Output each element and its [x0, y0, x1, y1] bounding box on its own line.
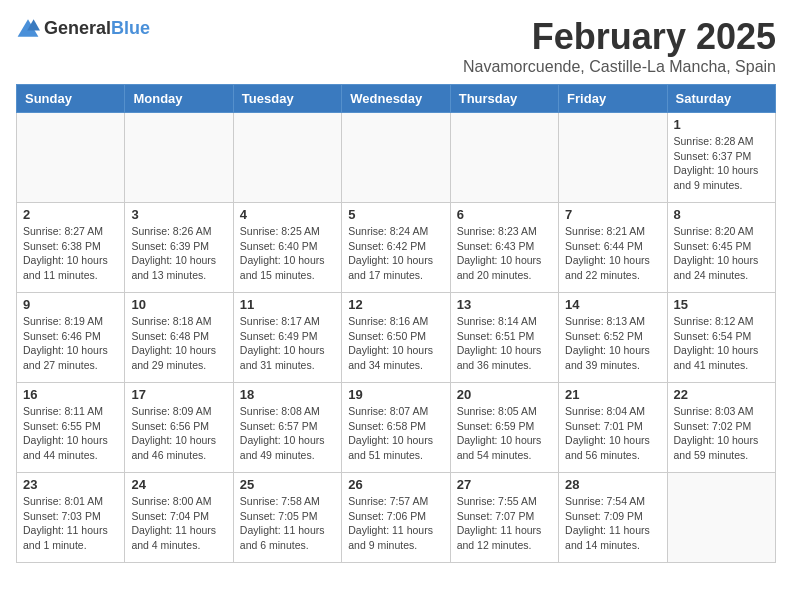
calendar-cell: 2Sunrise: 8:27 AM Sunset: 6:38 PM Daylig…	[17, 203, 125, 293]
calendar-cell: 10Sunrise: 8:18 AM Sunset: 6:48 PM Dayli…	[125, 293, 233, 383]
calendar-cell	[667, 473, 775, 563]
day-info: Sunrise: 8:07 AM Sunset: 6:58 PM Dayligh…	[348, 404, 443, 463]
calendar-cell: 11Sunrise: 8:17 AM Sunset: 6:49 PM Dayli…	[233, 293, 341, 383]
day-number: 8	[674, 207, 769, 222]
day-number: 11	[240, 297, 335, 312]
day-number: 3	[131, 207, 226, 222]
calendar-cell: 21Sunrise: 8:04 AM Sunset: 7:01 PM Dayli…	[559, 383, 667, 473]
day-info: Sunrise: 8:13 AM Sunset: 6:52 PM Dayligh…	[565, 314, 660, 373]
day-number: 7	[565, 207, 660, 222]
day-info: Sunrise: 8:20 AM Sunset: 6:45 PM Dayligh…	[674, 224, 769, 283]
page-header: GeneralBlue February 2025 Navamorcuende,…	[16, 16, 776, 76]
day-number: 22	[674, 387, 769, 402]
calendar-header-friday: Friday	[559, 85, 667, 113]
title-area: February 2025 Navamorcuende, Castille-La…	[463, 16, 776, 76]
calendar-header-thursday: Thursday	[450, 85, 558, 113]
day-number: 27	[457, 477, 552, 492]
calendar-cell: 1Sunrise: 8:28 AM Sunset: 6:37 PM Daylig…	[667, 113, 775, 203]
day-info: Sunrise: 8:24 AM Sunset: 6:42 PM Dayligh…	[348, 224, 443, 283]
calendar-cell: 5Sunrise: 8:24 AM Sunset: 6:42 PM Daylig…	[342, 203, 450, 293]
calendar-cell: 4Sunrise: 8:25 AM Sunset: 6:40 PM Daylig…	[233, 203, 341, 293]
month-title: February 2025	[463, 16, 776, 58]
day-info: Sunrise: 8:23 AM Sunset: 6:43 PM Dayligh…	[457, 224, 552, 283]
calendar-cell	[125, 113, 233, 203]
day-number: 2	[23, 207, 118, 222]
day-number: 14	[565, 297, 660, 312]
day-info: Sunrise: 8:25 AM Sunset: 6:40 PM Dayligh…	[240, 224, 335, 283]
day-info: Sunrise: 7:55 AM Sunset: 7:07 PM Dayligh…	[457, 494, 552, 553]
calendar-cell: 27Sunrise: 7:55 AM Sunset: 7:07 PM Dayli…	[450, 473, 558, 563]
day-info: Sunrise: 8:05 AM Sunset: 6:59 PM Dayligh…	[457, 404, 552, 463]
day-info: Sunrise: 8:18 AM Sunset: 6:48 PM Dayligh…	[131, 314, 226, 373]
day-number: 23	[23, 477, 118, 492]
logo: GeneralBlue	[16, 16, 150, 40]
day-number: 4	[240, 207, 335, 222]
day-number: 25	[240, 477, 335, 492]
day-number: 26	[348, 477, 443, 492]
day-number: 24	[131, 477, 226, 492]
calendar-cell	[559, 113, 667, 203]
calendar-cell	[450, 113, 558, 203]
calendar-cell: 19Sunrise: 8:07 AM Sunset: 6:58 PM Dayli…	[342, 383, 450, 473]
day-number: 6	[457, 207, 552, 222]
calendar-cell: 28Sunrise: 7:54 AM Sunset: 7:09 PM Dayli…	[559, 473, 667, 563]
day-number: 5	[348, 207, 443, 222]
day-info: Sunrise: 8:21 AM Sunset: 6:44 PM Dayligh…	[565, 224, 660, 283]
day-number: 18	[240, 387, 335, 402]
calendar-cell: 24Sunrise: 8:00 AM Sunset: 7:04 PM Dayli…	[125, 473, 233, 563]
calendar-week-3: 9Sunrise: 8:19 AM Sunset: 6:46 PM Daylig…	[17, 293, 776, 383]
calendar-cell: 12Sunrise: 8:16 AM Sunset: 6:50 PM Dayli…	[342, 293, 450, 383]
day-info: Sunrise: 8:09 AM Sunset: 6:56 PM Dayligh…	[131, 404, 226, 463]
calendar-header-monday: Monday	[125, 85, 233, 113]
calendar-header-wednesday: Wednesday	[342, 85, 450, 113]
day-info: Sunrise: 7:57 AM Sunset: 7:06 PM Dayligh…	[348, 494, 443, 553]
day-info: Sunrise: 8:16 AM Sunset: 6:50 PM Dayligh…	[348, 314, 443, 373]
calendar-cell: 16Sunrise: 8:11 AM Sunset: 6:55 PM Dayli…	[17, 383, 125, 473]
calendar-week-2: 2Sunrise: 8:27 AM Sunset: 6:38 PM Daylig…	[17, 203, 776, 293]
day-info: Sunrise: 8:28 AM Sunset: 6:37 PM Dayligh…	[674, 134, 769, 193]
day-info: Sunrise: 8:26 AM Sunset: 6:39 PM Dayligh…	[131, 224, 226, 283]
logo-icon	[16, 16, 40, 40]
calendar-cell	[342, 113, 450, 203]
day-number: 12	[348, 297, 443, 312]
day-number: 20	[457, 387, 552, 402]
calendar-header-saturday: Saturday	[667, 85, 775, 113]
day-info: Sunrise: 8:00 AM Sunset: 7:04 PM Dayligh…	[131, 494, 226, 553]
day-info: Sunrise: 7:54 AM Sunset: 7:09 PM Dayligh…	[565, 494, 660, 553]
calendar-cell: 23Sunrise: 8:01 AM Sunset: 7:03 PM Dayli…	[17, 473, 125, 563]
logo-blue-text: Blue	[111, 18, 150, 38]
calendar-cell: 17Sunrise: 8:09 AM Sunset: 6:56 PM Dayli…	[125, 383, 233, 473]
day-info: Sunrise: 8:03 AM Sunset: 7:02 PM Dayligh…	[674, 404, 769, 463]
location-title: Navamorcuende, Castille-La Mancha, Spain	[463, 58, 776, 76]
day-number: 1	[674, 117, 769, 132]
calendar-week-5: 23Sunrise: 8:01 AM Sunset: 7:03 PM Dayli…	[17, 473, 776, 563]
calendar-cell: 6Sunrise: 8:23 AM Sunset: 6:43 PM Daylig…	[450, 203, 558, 293]
calendar-cell: 15Sunrise: 8:12 AM Sunset: 6:54 PM Dayli…	[667, 293, 775, 383]
day-number: 9	[23, 297, 118, 312]
day-number: 13	[457, 297, 552, 312]
calendar-cell: 26Sunrise: 7:57 AM Sunset: 7:06 PM Dayli…	[342, 473, 450, 563]
day-info: Sunrise: 8:12 AM Sunset: 6:54 PM Dayligh…	[674, 314, 769, 373]
logo-general-text: General	[44, 18, 111, 38]
day-number: 28	[565, 477, 660, 492]
calendar-cell	[233, 113, 341, 203]
calendar-cell: 7Sunrise: 8:21 AM Sunset: 6:44 PM Daylig…	[559, 203, 667, 293]
calendar-cell: 14Sunrise: 8:13 AM Sunset: 6:52 PM Dayli…	[559, 293, 667, 383]
day-number: 10	[131, 297, 226, 312]
calendar-week-4: 16Sunrise: 8:11 AM Sunset: 6:55 PM Dayli…	[17, 383, 776, 473]
calendar-week-1: 1Sunrise: 8:28 AM Sunset: 6:37 PM Daylig…	[17, 113, 776, 203]
calendar-cell: 22Sunrise: 8:03 AM Sunset: 7:02 PM Dayli…	[667, 383, 775, 473]
calendar-cell: 18Sunrise: 8:08 AM Sunset: 6:57 PM Dayli…	[233, 383, 341, 473]
day-number: 16	[23, 387, 118, 402]
day-info: Sunrise: 8:19 AM Sunset: 6:46 PM Dayligh…	[23, 314, 118, 373]
day-info: Sunrise: 8:11 AM Sunset: 6:55 PM Dayligh…	[23, 404, 118, 463]
calendar-header-tuesday: Tuesday	[233, 85, 341, 113]
calendar-cell: 25Sunrise: 7:58 AM Sunset: 7:05 PM Dayli…	[233, 473, 341, 563]
calendar-table: SundayMondayTuesdayWednesdayThursdayFrid…	[16, 84, 776, 563]
calendar-header-row: SundayMondayTuesdayWednesdayThursdayFrid…	[17, 85, 776, 113]
day-info: Sunrise: 7:58 AM Sunset: 7:05 PM Dayligh…	[240, 494, 335, 553]
calendar-cell: 8Sunrise: 8:20 AM Sunset: 6:45 PM Daylig…	[667, 203, 775, 293]
day-info: Sunrise: 8:01 AM Sunset: 7:03 PM Dayligh…	[23, 494, 118, 553]
day-number: 17	[131, 387, 226, 402]
day-info: Sunrise: 8:08 AM Sunset: 6:57 PM Dayligh…	[240, 404, 335, 463]
